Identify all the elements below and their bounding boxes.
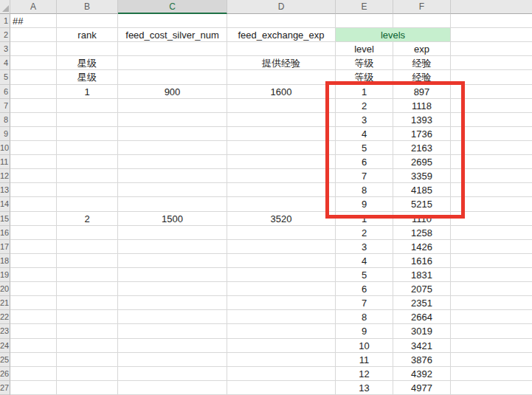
row-header-24[interactable]: 24 [0,339,10,353]
cell-B13[interactable] [57,183,118,197]
cell-G13[interactable] [451,183,532,197]
cell-D3[interactable] [227,42,336,56]
cell-A12[interactable] [10,169,57,183]
column-header-b[interactable]: B [57,0,118,14]
cell-E19[interactable]: 5 [336,268,393,282]
cell-C16[interactable] [118,226,227,240]
row-header-9[interactable]: 9 [0,127,10,141]
column-header-c[interactable]: C [118,0,227,14]
cell-F12[interactable]: 3359 [393,169,451,183]
cell-E6[interactable]: 1 [336,85,393,99]
cell-B8[interactable] [57,113,118,127]
cell-F23[interactable]: 3019 [393,324,451,338]
cell-F6[interactable]: 897 [393,85,451,99]
cell-C19[interactable] [118,268,227,282]
cell-A24[interactable] [10,339,57,353]
cell-G2[interactable] [451,28,532,42]
cell-D16[interactable] [227,226,336,240]
cell-E14[interactable]: 9 [336,197,393,211]
cell-E10[interactable]: 5 [336,141,393,155]
cell-A13[interactable] [10,183,57,197]
cell-E26[interactable]: 12 [336,367,393,381]
cell-G1[interactable] [451,14,532,28]
row-header-18[interactable]: 18 [0,254,10,268]
column-header-e[interactable]: E [336,0,393,14]
cell-G6[interactable] [451,85,532,99]
cell-E9[interactable]: 4 [336,127,393,141]
cell-C1[interactable] [118,14,227,28]
row-header-19[interactable]: 19 [0,268,10,282]
cell-B26[interactable] [57,367,118,381]
cell-E5[interactable]: 等级 [336,70,393,84]
cell-D23[interactable] [227,324,336,338]
cell-F11[interactable]: 2695 [393,155,451,169]
cell-F18[interactable]: 1616 [393,254,451,268]
cell-D11[interactable] [227,155,336,169]
cell-E16[interactable]: 2 [336,226,393,240]
select-all-corner[interactable] [0,0,10,14]
cell-G17[interactable] [451,240,532,254]
cell-D7[interactable] [227,99,336,113]
cell-G14[interactable] [451,197,532,211]
cell-A10[interactable] [10,141,57,155]
cell-A15[interactable] [10,212,57,226]
cell-G21[interactable] [451,296,532,310]
cell-E21[interactable]: 7 [336,296,393,310]
cell-B22[interactable] [57,310,118,324]
cell-D17[interactable] [227,240,336,254]
column-header-partial[interactable] [451,0,532,14]
row-header-23[interactable]: 23 [0,324,10,338]
row-header-14[interactable]: 14 [0,197,10,211]
cell-G12[interactable] [451,169,532,183]
cell-F19[interactable]: 1831 [393,268,451,282]
cell-A8[interactable] [10,113,57,127]
row-header-8[interactable]: 8 [0,113,10,127]
cell-G15[interactable] [451,212,532,226]
cell-A11[interactable] [10,155,57,169]
cell-B16[interactable] [57,226,118,240]
cell-F3[interactable]: exp [393,42,451,56]
cell-D18[interactable] [227,254,336,268]
cell-C20[interactable] [118,282,227,296]
cell-D13[interactable] [227,183,336,197]
cell-G8[interactable] [451,113,532,127]
cell-D14[interactable] [227,197,336,211]
cell-D25[interactable] [227,353,336,367]
cell-C15[interactable]: 1500 [118,212,227,226]
row-header-20[interactable]: 20 [0,282,10,296]
cell-B3[interactable] [57,42,118,56]
row-header-15[interactable]: 15 [0,212,10,226]
cell-F24[interactable]: 3421 [393,339,451,353]
cell-C9[interactable] [118,127,227,141]
cell-F20[interactable]: 2075 [393,282,451,296]
cell-G24[interactable] [451,339,532,353]
cell-B20[interactable] [57,282,118,296]
cell-G10[interactable] [451,141,532,155]
cell-B21[interactable] [57,296,118,310]
column-header-d[interactable]: D [227,0,336,14]
cell-C8[interactable] [118,113,227,127]
row-header-3[interactable]: 3 [0,42,10,56]
cell-C21[interactable] [118,296,227,310]
row-header-11[interactable]: 11 [0,155,10,169]
cell-F14[interactable]: 5215 [393,197,451,211]
cell-G16[interactable] [451,226,532,240]
cell-F5[interactable]: 经验 [393,70,451,84]
cell-B14[interactable] [57,197,118,211]
cell-D9[interactable] [227,127,336,141]
cell-A27[interactable] [10,381,57,395]
cell-D8[interactable] [227,113,336,127]
cell-B9[interactable] [57,127,118,141]
cell-A14[interactable] [10,197,57,211]
cell-A22[interactable] [10,310,57,324]
cell-F15[interactable]: 1110 [393,212,451,226]
cell-C18[interactable] [118,254,227,268]
cell-C13[interactable] [118,183,227,197]
cell-B18[interactable] [57,254,118,268]
cell-A5[interactable] [10,70,57,84]
cell-A23[interactable] [10,324,57,338]
cell-A6[interactable] [10,85,57,99]
cell-A26[interactable] [10,367,57,381]
row-header-22[interactable]: 22 [0,310,10,324]
cell-C10[interactable] [118,141,227,155]
